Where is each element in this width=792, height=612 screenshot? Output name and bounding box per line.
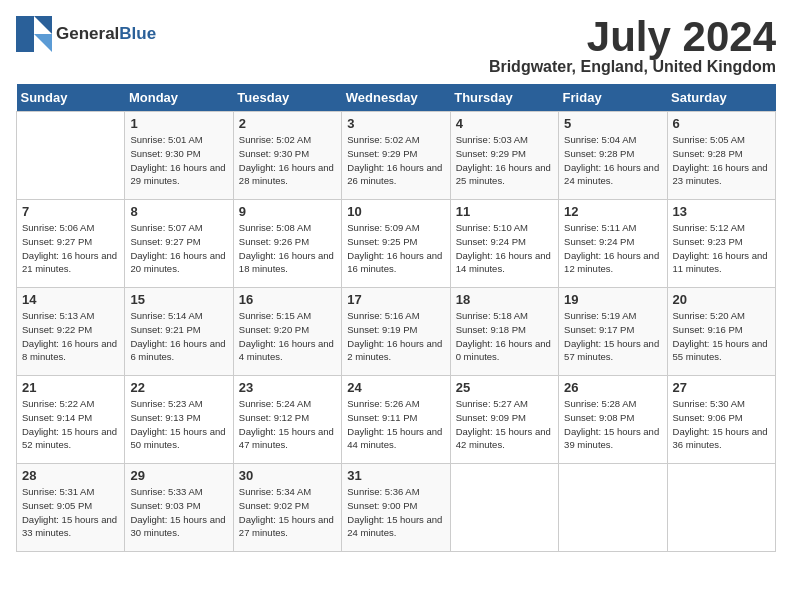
- logo-icon: [16, 16, 52, 52]
- day-info: Sunrise: 5:02 AMSunset: 9:30 PMDaylight:…: [239, 133, 336, 188]
- calendar-cell: 15Sunrise: 5:14 AMSunset: 9:21 PMDayligh…: [125, 288, 233, 376]
- calendar-cell: 30Sunrise: 5:34 AMSunset: 9:02 PMDayligh…: [233, 464, 341, 552]
- week-row-4: 21Sunrise: 5:22 AMSunset: 9:14 PMDayligh…: [17, 376, 776, 464]
- day-number: 27: [673, 380, 770, 395]
- title-area: July 2024 Bridgwater, England, United Ki…: [489, 16, 776, 76]
- day-info: Sunrise: 5:23 AMSunset: 9:13 PMDaylight:…: [130, 397, 227, 452]
- weekday-header-wednesday: Wednesday: [342, 84, 450, 112]
- day-info: Sunrise: 5:24 AMSunset: 9:12 PMDaylight:…: [239, 397, 336, 452]
- day-info: Sunrise: 5:27 AMSunset: 9:09 PMDaylight:…: [456, 397, 553, 452]
- calendar-cell: [667, 464, 775, 552]
- day-info: Sunrise: 5:01 AMSunset: 9:30 PMDaylight:…: [130, 133, 227, 188]
- day-number: 15: [130, 292, 227, 307]
- month-title: July 2024: [489, 16, 776, 58]
- svg-rect-0: [16, 16, 34, 52]
- day-number: 29: [130, 468, 227, 483]
- day-info: Sunrise: 5:28 AMSunset: 9:08 PMDaylight:…: [564, 397, 661, 452]
- day-number: 2: [239, 116, 336, 131]
- day-number: 19: [564, 292, 661, 307]
- calendar-cell: [559, 464, 667, 552]
- day-info: Sunrise: 5:07 AMSunset: 9:27 PMDaylight:…: [130, 221, 227, 276]
- location: Bridgwater, England, United Kingdom: [489, 58, 776, 76]
- calendar-cell: 12Sunrise: 5:11 AMSunset: 9:24 PMDayligh…: [559, 200, 667, 288]
- day-info: Sunrise: 5:02 AMSunset: 9:29 PMDaylight:…: [347, 133, 444, 188]
- calendar-cell: 14Sunrise: 5:13 AMSunset: 9:22 PMDayligh…: [17, 288, 125, 376]
- calendar-cell: 3Sunrise: 5:02 AMSunset: 9:29 PMDaylight…: [342, 112, 450, 200]
- day-number: 8: [130, 204, 227, 219]
- calendar-cell: 4Sunrise: 5:03 AMSunset: 9:29 PMDaylight…: [450, 112, 558, 200]
- day-number: 13: [673, 204, 770, 219]
- day-info: Sunrise: 5:15 AMSunset: 9:20 PMDaylight:…: [239, 309, 336, 364]
- day-info: Sunrise: 5:34 AMSunset: 9:02 PMDaylight:…: [239, 485, 336, 540]
- calendar-cell: 28Sunrise: 5:31 AMSunset: 9:05 PMDayligh…: [17, 464, 125, 552]
- page-header: GeneralBlue July 2024 Bridgwater, Englan…: [16, 16, 776, 76]
- day-info: Sunrise: 5:22 AMSunset: 9:14 PMDaylight:…: [22, 397, 119, 452]
- day-number: 21: [22, 380, 119, 395]
- day-info: Sunrise: 5:13 AMSunset: 9:22 PMDaylight:…: [22, 309, 119, 364]
- calendar-table: SundayMondayTuesdayWednesdayThursdayFrid…: [16, 84, 776, 552]
- day-number: 3: [347, 116, 444, 131]
- day-number: 9: [239, 204, 336, 219]
- day-number: 28: [22, 468, 119, 483]
- day-number: 25: [456, 380, 553, 395]
- day-info: Sunrise: 5:06 AMSunset: 9:27 PMDaylight:…: [22, 221, 119, 276]
- day-info: Sunrise: 5:20 AMSunset: 9:16 PMDaylight:…: [673, 309, 770, 364]
- calendar-cell: [450, 464, 558, 552]
- calendar-cell: 22Sunrise: 5:23 AMSunset: 9:13 PMDayligh…: [125, 376, 233, 464]
- day-number: 30: [239, 468, 336, 483]
- calendar-cell: 10Sunrise: 5:09 AMSunset: 9:25 PMDayligh…: [342, 200, 450, 288]
- calendar-cell: 8Sunrise: 5:07 AMSunset: 9:27 PMDaylight…: [125, 200, 233, 288]
- logo-general-text: GeneralBlue: [56, 24, 156, 44]
- calendar-cell: 9Sunrise: 5:08 AMSunset: 9:26 PMDaylight…: [233, 200, 341, 288]
- day-info: Sunrise: 5:12 AMSunset: 9:23 PMDaylight:…: [673, 221, 770, 276]
- day-number: 6: [673, 116, 770, 131]
- day-number: 23: [239, 380, 336, 395]
- weekday-header-sunday: Sunday: [17, 84, 125, 112]
- calendar-cell: 13Sunrise: 5:12 AMSunset: 9:23 PMDayligh…: [667, 200, 775, 288]
- weekday-header-tuesday: Tuesday: [233, 84, 341, 112]
- logo: GeneralBlue: [16, 16, 156, 52]
- day-number: 22: [130, 380, 227, 395]
- day-info: Sunrise: 5:18 AMSunset: 9:18 PMDaylight:…: [456, 309, 553, 364]
- day-info: Sunrise: 5:16 AMSunset: 9:19 PMDaylight:…: [347, 309, 444, 364]
- day-info: Sunrise: 5:08 AMSunset: 9:26 PMDaylight:…: [239, 221, 336, 276]
- calendar-cell: 21Sunrise: 5:22 AMSunset: 9:14 PMDayligh…: [17, 376, 125, 464]
- day-number: 14: [22, 292, 119, 307]
- calendar-cell: 29Sunrise: 5:33 AMSunset: 9:03 PMDayligh…: [125, 464, 233, 552]
- day-number: 17: [347, 292, 444, 307]
- week-row-5: 28Sunrise: 5:31 AMSunset: 9:05 PMDayligh…: [17, 464, 776, 552]
- calendar-cell: 16Sunrise: 5:15 AMSunset: 9:20 PMDayligh…: [233, 288, 341, 376]
- day-info: Sunrise: 5:04 AMSunset: 9:28 PMDaylight:…: [564, 133, 661, 188]
- calendar-cell: 17Sunrise: 5:16 AMSunset: 9:19 PMDayligh…: [342, 288, 450, 376]
- day-number: 11: [456, 204, 553, 219]
- calendar-cell: [17, 112, 125, 200]
- day-number: 26: [564, 380, 661, 395]
- day-info: Sunrise: 5:14 AMSunset: 9:21 PMDaylight:…: [130, 309, 227, 364]
- day-number: 18: [456, 292, 553, 307]
- day-number: 4: [456, 116, 553, 131]
- calendar-cell: 7Sunrise: 5:06 AMSunset: 9:27 PMDaylight…: [17, 200, 125, 288]
- day-info: Sunrise: 5:10 AMSunset: 9:24 PMDaylight:…: [456, 221, 553, 276]
- day-number: 20: [673, 292, 770, 307]
- calendar-cell: 19Sunrise: 5:19 AMSunset: 9:17 PMDayligh…: [559, 288, 667, 376]
- day-info: Sunrise: 5:03 AMSunset: 9:29 PMDaylight:…: [456, 133, 553, 188]
- week-row-3: 14Sunrise: 5:13 AMSunset: 9:22 PMDayligh…: [17, 288, 776, 376]
- calendar-cell: 23Sunrise: 5:24 AMSunset: 9:12 PMDayligh…: [233, 376, 341, 464]
- day-info: Sunrise: 5:33 AMSunset: 9:03 PMDaylight:…: [130, 485, 227, 540]
- day-number: 31: [347, 468, 444, 483]
- weekday-header-row: SundayMondayTuesdayWednesdayThursdayFrid…: [17, 84, 776, 112]
- calendar-cell: 24Sunrise: 5:26 AMSunset: 9:11 PMDayligh…: [342, 376, 450, 464]
- weekday-header-monday: Monday: [125, 84, 233, 112]
- day-number: 1: [130, 116, 227, 131]
- day-number: 24: [347, 380, 444, 395]
- day-info: Sunrise: 5:30 AMSunset: 9:06 PMDaylight:…: [673, 397, 770, 452]
- calendar-cell: 11Sunrise: 5:10 AMSunset: 9:24 PMDayligh…: [450, 200, 558, 288]
- day-number: 5: [564, 116, 661, 131]
- calendar-cell: 25Sunrise: 5:27 AMSunset: 9:09 PMDayligh…: [450, 376, 558, 464]
- day-number: 7: [22, 204, 119, 219]
- day-info: Sunrise: 5:19 AMSunset: 9:17 PMDaylight:…: [564, 309, 661, 364]
- day-number: 10: [347, 204, 444, 219]
- weekday-header-friday: Friday: [559, 84, 667, 112]
- calendar-cell: 1Sunrise: 5:01 AMSunset: 9:30 PMDaylight…: [125, 112, 233, 200]
- week-row-1: 1Sunrise: 5:01 AMSunset: 9:30 PMDaylight…: [17, 112, 776, 200]
